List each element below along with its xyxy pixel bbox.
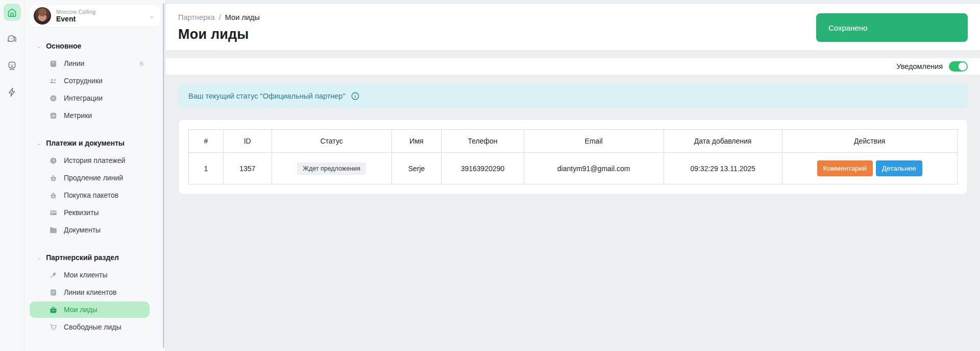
main-content: Партнерка / Мои лиды Мои лиды Сохранено … bbox=[166, 0, 980, 351]
breadcrumb: Партнерка / Мои лиды bbox=[178, 13, 260, 21]
sidebar-item-payment-history[interactable]: История платежей bbox=[30, 152, 150, 169]
sidebar-item-requisites[interactable]: Реквизиты bbox=[30, 204, 150, 221]
sidebar: Moscow Calling Event ⌄ ⌄ Основное Линии … bbox=[24, 0, 166, 351]
profile-switcher[interactable]: Moscow Calling Event ⌄ bbox=[30, 5, 160, 27]
integration-icon bbox=[48, 93, 58, 103]
sidebar-item-label: Документы bbox=[64, 226, 101, 234]
leads-table: # ID Статус Имя Телефон Email Дата добав… bbox=[188, 129, 958, 184]
sidebar-scrollbar[interactable] bbox=[163, 3, 164, 348]
sidebar-item-label: Линии клиентов bbox=[64, 288, 117, 296]
breadcrumb-separator: / bbox=[219, 13, 221, 21]
count-badge: 6 bbox=[139, 60, 143, 67]
sidebar-item-label: Покупка пакетов bbox=[64, 191, 118, 199]
list-icon bbox=[48, 288, 58, 297]
column-header-actions: Действия bbox=[782, 130, 957, 153]
sidebar-item-label: Реквизиты bbox=[64, 208, 99, 217]
sidebar-item-lines[interactable]: Линии 6 bbox=[30, 55, 150, 72]
sidebar-item-label: Линии bbox=[64, 59, 84, 67]
profile-org: Moscow Calling bbox=[56, 9, 95, 15]
detail-button[interactable]: Детальнее bbox=[876, 160, 922, 176]
partner-status-text: Ваш текущий статус "Официальный партнер" bbox=[188, 92, 346, 100]
leads-table-card: # ID Статус Имя Телефон Email Дата добав… bbox=[178, 119, 968, 195]
status-badge: Ждет предложения bbox=[297, 162, 365, 175]
page-title: Мои лиды bbox=[178, 27, 260, 42]
notifications-label: Уведомления bbox=[896, 62, 943, 71]
comment-button[interactable]: Комментарий bbox=[817, 160, 873, 176]
cart-icon bbox=[48, 322, 58, 332]
section-label: Партнерский раздел bbox=[46, 253, 119, 262]
credit-card-icon bbox=[48, 208, 58, 217]
table-row: 1 1357 Ждет предложения Serje 3916392029… bbox=[189, 153, 958, 184]
cell-name: Serje bbox=[391, 153, 442, 184]
sidebar-item-free-leads[interactable]: Свободные лиды bbox=[30, 319, 150, 335]
sidebar-item-my-clients[interactable]: Мои клиенты bbox=[30, 267, 150, 283]
notifications-toggle[interactable] bbox=[949, 61, 968, 72]
app-root: Moscow Calling Event ⌄ ⌄ Основное Линии … bbox=[0, 0, 980, 351]
column-header-id: ID bbox=[223, 130, 272, 153]
column-header-phone: Телефон bbox=[442, 130, 524, 153]
cell-num: 1 bbox=[189, 153, 224, 184]
cell-id: 1357 bbox=[223, 153, 272, 184]
chevron-down-icon[interactable]: ⌄ bbox=[149, 12, 154, 19]
column-header-num: # bbox=[189, 130, 224, 153]
sidebar-item-label: Интеграции bbox=[64, 94, 103, 102]
sidebar-item-label: Метрики bbox=[64, 111, 92, 120]
profile-texts: Moscow Calling Event bbox=[56, 9, 95, 24]
cell-date: 09:32:29 13.11.2025 bbox=[664, 153, 782, 184]
column-header-status: Статус bbox=[272, 130, 391, 153]
sidebar-item-label: Свободные лиды bbox=[64, 323, 121, 331]
section-main[interactable]: ⌄ Основное bbox=[37, 42, 160, 50]
people-icon bbox=[48, 76, 58, 85]
info-icon[interactable] bbox=[351, 91, 360, 101]
briefcase-icon bbox=[48, 305, 58, 314]
sidebar-item-package-purchase[interactable]: Покупка пакетов bbox=[30, 187, 150, 203]
toggle-knob bbox=[959, 62, 967, 71]
sidebar-item-label: История платежей bbox=[64, 156, 125, 165]
page-header: Партнерка / Мои лиды Мои лиды Сохранено bbox=[166, 4, 980, 50]
sidebar-item-documents[interactable]: Документы bbox=[30, 222, 150, 238]
breadcrumb-current: Мои лиды bbox=[225, 13, 260, 21]
cell-status: Ждет предложения bbox=[272, 153, 391, 184]
partner-status-banner: Ваш текущий статус "Официальный партнер" bbox=[178, 84, 968, 108]
empty-area bbox=[166, 195, 980, 351]
mailbox-icon bbox=[48, 59, 58, 68]
bar-chart-icon bbox=[48, 111, 58, 120]
sidebar-item-label: Продление линий bbox=[64, 174, 123, 182]
icon-rail bbox=[0, 0, 24, 351]
sidebar-item-employees[interactable]: Сотрудники bbox=[30, 73, 150, 89]
basket-icon bbox=[48, 191, 58, 200]
robot-icon[interactable] bbox=[4, 57, 21, 74]
chat-icon[interactable] bbox=[4, 30, 21, 48]
basket-icon bbox=[48, 173, 58, 182]
section-partner[interactable]: ⌄ Партнерский раздел bbox=[37, 253, 160, 262]
sidebar-item-my-leads[interactable]: Мои лиды bbox=[30, 301, 150, 318]
lightning-icon[interactable] bbox=[4, 83, 21, 101]
section-label: Платежи и документы bbox=[46, 139, 125, 147]
header-titles: Партнерка / Мои лиды Мои лиды bbox=[178, 12, 260, 42]
sidebar-item-label: Сотрудники bbox=[64, 77, 103, 85]
chevron-down-icon: ⌄ bbox=[37, 254, 41, 261]
sidebar-item-line-renewal[interactable]: Продление линий bbox=[30, 170, 150, 186]
chevron-down-icon: ⌄ bbox=[37, 43, 41, 50]
sidebar-item-label: Мои лиды bbox=[64, 306, 97, 314]
table-header-row: # ID Статус Имя Телефон Email Дата добав… bbox=[189, 130, 958, 153]
sidebar-item-client-lines[interactable]: Линии клиентов bbox=[30, 284, 150, 300]
avatar bbox=[34, 7, 51, 25]
cell-phone: 39163920290 bbox=[442, 153, 524, 184]
chevron-down-icon: ⌄ bbox=[37, 140, 41, 147]
sidebar-item-integrations[interactable]: Интеграции bbox=[30, 90, 150, 106]
cell-actions: Комментарий Детальнее bbox=[782, 153, 957, 184]
breadcrumb-root[interactable]: Партнерка bbox=[178, 13, 215, 21]
folder-icon bbox=[48, 225, 58, 235]
home-icon[interactable] bbox=[4, 4, 21, 21]
sidebar-item-label: Мои клиенты bbox=[64, 271, 108, 279]
section-payments[interactable]: ⌄ Платежи и документы bbox=[37, 139, 160, 147]
saved-button[interactable]: Сохранено bbox=[816, 13, 968, 42]
profile-name: Event bbox=[56, 15, 95, 23]
column-header-email: Email bbox=[524, 130, 664, 153]
column-header-date: Дата добавления bbox=[664, 130, 782, 153]
clock-icon bbox=[48, 156, 58, 165]
section-label: Основное bbox=[46, 42, 81, 50]
row-actions: Комментарий Детальнее bbox=[787, 160, 953, 176]
sidebar-item-metrics[interactable]: Метрики bbox=[30, 107, 150, 124]
